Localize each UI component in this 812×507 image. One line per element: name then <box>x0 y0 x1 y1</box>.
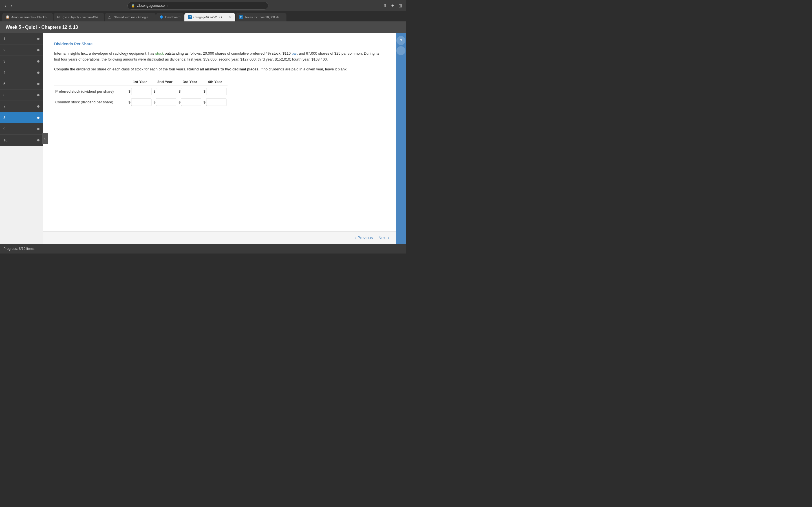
browser-actions: ⬆ + ⊞ <box>382 2 403 10</box>
common-2nd-input[interactable] <box>156 99 176 106</box>
sidebar-item-1[interactable]: 1. <box>0 33 43 45</box>
sidebar-number-2: 2. <box>3 48 10 52</box>
chevron-right-icon: › <box>388 235 389 240</box>
sidebar-item-10[interactable]: 10. <box>0 135 43 146</box>
tab-blackboard[interactable]: 📋 Announcements – Blackboard L... <box>2 13 53 21</box>
sidebar-dot-2 <box>37 49 40 51</box>
progress-label: Progress: <box>3 247 18 251</box>
nav-buttons: ‹ › <box>3 2 14 9</box>
dollar-sign-c3: $ <box>179 100 181 104</box>
cengage-favicon: C <box>188 15 192 19</box>
help-button[interactable]: ? <box>396 36 405 45</box>
sidebar-item-5[interactable]: 5. <box>0 78 43 90</box>
preferred-3rd-input[interactable] <box>181 88 201 95</box>
preferred-stock-label: Preferred stock (dividend per share) <box>54 86 128 97</box>
common-4th-input[interactable] <box>206 99 226 106</box>
dollar-sign-c1: $ <box>129 100 131 104</box>
tab-gmail[interactable]: ✉ (no subject) - naimam4343@g... <box>54 13 104 21</box>
info-button[interactable]: i <box>396 46 405 55</box>
tab-googledrive-label: Shared with me - Google Drive <box>114 15 152 19</box>
previous-button[interactable]: ‹ Previous <box>355 235 373 240</box>
dashboard-favicon: 🔷 <box>160 15 163 19</box>
toggle-sidebar-button[interactable]: ‹ <box>42 133 48 144</box>
preferred-2nd-input[interactable] <box>156 88 176 95</box>
preferred-1st-input[interactable] <box>131 88 151 95</box>
sidebar-dot-7 <box>37 105 40 108</box>
quiz-title: Week 5 - Quiz I - Chapters 12 & 13 <box>6 25 78 30</box>
gmail-favicon: ✉ <box>57 15 61 19</box>
preferred-4th-cell: $ <box>202 86 227 97</box>
grid-button[interactable]: ⊞ <box>397 2 403 10</box>
sidebar-item-3[interactable]: 3. <box>0 56 43 67</box>
content-area-wrapper: Dividends Per Share Internal Insights In… <box>43 33 406 244</box>
sidebar-item-2[interactable]: 2. <box>0 45 43 56</box>
par-highlight: par <box>292 51 297 55</box>
dividend-table: 1st Year 2nd Year 3rd Year 4th Year Pref… <box>54 78 227 108</box>
progress-section: Progress: 8/10 items <box>0 244 406 253</box>
share-button[interactable]: ⬆ <box>382 2 388 10</box>
dollar-sign-p4: $ <box>204 90 206 94</box>
content-wrapper: 1. 2. 3. 4. 5. <box>0 33 406 244</box>
table-header-2nd-year: 2nd Year <box>153 78 177 86</box>
next-button[interactable]: Next › <box>378 235 389 240</box>
next-label: Next <box>378 235 387 240</box>
back-button[interactable]: ‹ <box>3 2 8 9</box>
common-3rd-cell: $ <box>177 97 202 108</box>
url-text: v2.cengagenow.com <box>137 4 167 8</box>
progress-value: 8/10 items <box>19 247 35 251</box>
table-row-preferred: Preferred stock (dividend per share) $ <box>54 86 227 97</box>
tab-cengagenow[interactable]: C CengageNOWv2 | Online teachi... ✕ <box>185 13 235 21</box>
sidebar-item-7[interactable]: 7. <box>0 101 43 112</box>
tab-cengagenow-close[interactable]: ✕ <box>229 15 232 19</box>
stock-highlight: stock <box>155 51 163 55</box>
tab-blackboard-label: Announcements – Blackboard L... <box>11 15 50 19</box>
chevron-left-icon: ‹ <box>355 235 356 240</box>
dollar-sign-c2: $ <box>154 100 156 104</box>
question-title: Dividends Per Share <box>54 42 385 46</box>
common-3rd-input[interactable] <box>181 99 201 106</box>
forward-button[interactable]: › <box>9 2 13 9</box>
tab-gmail-label: (no subject) - naimam4343@g... <box>63 15 101 19</box>
sidebar-item-8[interactable]: 8. <box>0 112 43 123</box>
common-1st-input[interactable] <box>131 99 151 106</box>
dividends-title: Dividends Per Share <box>54 42 93 46</box>
tab-texas[interactable]: C Texas Inc. has 10,000 shares of... <box>236 13 287 21</box>
main-window: Week 5 - Quiz I - Chapters 12 & 13 1. 2.… <box>0 21 406 253</box>
sidebar-item-9[interactable]: 9. <box>0 123 43 135</box>
tab-dashboard-label: Dashboard <box>165 15 181 19</box>
sidebar-dot-9 <box>37 128 40 130</box>
preferred-4th-input[interactable] <box>206 88 226 95</box>
dollar-sign-p2: $ <box>154 90 156 94</box>
preferred-1st-cell: $ <box>128 86 153 97</box>
tab-dashboard[interactable]: 🔷 Dashboard <box>156 13 184 21</box>
common-stock-label: Common stock (dividend per share) <box>54 97 128 108</box>
lock-icon: 🔒 <box>131 4 135 8</box>
sidebar-number-1: 1. <box>3 37 10 41</box>
sidebar-dot-5 <box>37 83 40 85</box>
browser-tabs: 📋 Announcements – Blackboard L... ✉ (no … <box>0 11 406 21</box>
question-instruction: Compute the dividend per share on each c… <box>54 67 385 71</box>
question-body: Internal Insights Inc., a developer of r… <box>54 51 385 62</box>
sidebar-number-4: 4. <box>3 70 10 75</box>
browser-chrome: ‹ › 🔒 v2.cengagenow.com ⬆ + ⊞ <box>0 0 406 11</box>
tab-googledrive[interactable]: △ Shared with me - Google Drive <box>105 13 156 21</box>
table-header-3rd-year: 3rd Year <box>177 78 202 86</box>
sidebar: 1. 2. 3. 4. 5. <box>0 33 43 146</box>
table-header-empty <box>54 78 128 86</box>
nav-footer: ‹ Previous Next › <box>43 231 396 244</box>
sidebar-number-6: 6. <box>3 93 10 97</box>
sidebar-item-4[interactable]: 4. <box>0 67 43 78</box>
content-main-area: Dividends Per Share Internal Insights In… <box>43 33 396 244</box>
dollar-sign-c4: $ <box>204 100 206 104</box>
address-bar[interactable]: 🔒 v2.cengagenow.com <box>128 2 268 10</box>
sidebar-number-3: 3. <box>3 59 10 63</box>
sidebar-item-6[interactable]: 6. <box>0 90 43 101</box>
blackboard-favicon: 📋 <box>6 15 10 19</box>
table-header-4th-year: 4th Year <box>202 78 227 86</box>
sidebar-dot-8 <box>37 117 40 119</box>
common-2nd-cell: $ <box>153 97 177 108</box>
tab-texas-label: Texas Inc. has 10,000 shares of... <box>245 15 283 19</box>
sidebar-dot-1 <box>37 38 40 40</box>
new-tab-button[interactable]: + <box>390 2 395 10</box>
common-1st-cell: $ <box>128 97 153 108</box>
